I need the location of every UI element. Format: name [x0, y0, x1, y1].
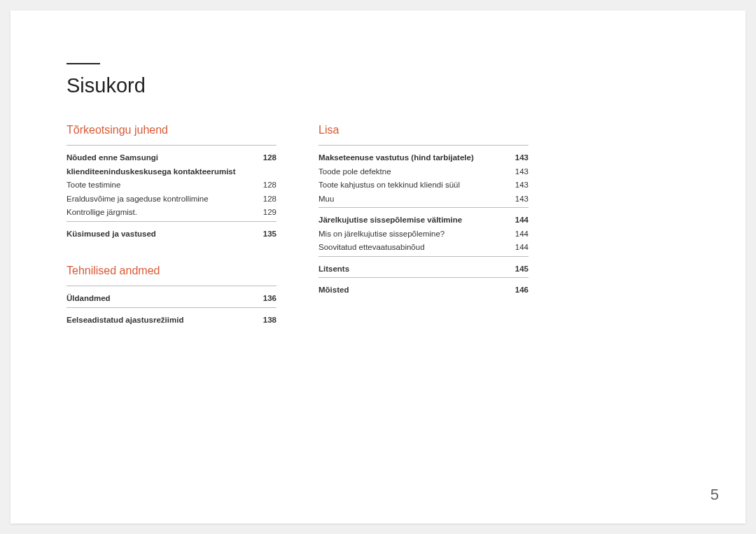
- toc-entry-label: Soovitatud ettevaatusabinõud: [318, 241, 509, 255]
- toc-group: Üldandmed136: [66, 286, 276, 307]
- toc-entry-label: Mõisted: [318, 283, 509, 297]
- toc-entry[interactable]: Toode pole defektne143: [318, 165, 528, 179]
- toc-entry[interactable]: Muu143: [318, 192, 528, 206]
- document-page: Sisukord Tõrkeotsingu juhendNõuded enne …: [10, 10, 746, 524]
- toc-entry-page: 128: [257, 192, 276, 206]
- right-column: LisaMakseteenuse vastutus (hind tarbijat…: [318, 124, 528, 328]
- toc-entry-page: 144: [509, 241, 528, 255]
- toc-entry-page: 143: [509, 178, 528, 192]
- toc-entry-page: 144: [509, 227, 528, 241]
- toc-entry-label: Muu: [318, 192, 509, 206]
- section-spacer: [66, 242, 276, 265]
- toc-entry-page: 128: [257, 178, 276, 192]
- toc-group: Järelkujutise sissepõlemise vältimine144…: [318, 207, 528, 256]
- toc-entry-label: Eraldusvõime ja sageduse kontrollimine: [66, 192, 257, 206]
- page-title: Sisukord: [66, 74, 690, 97]
- toc-group: Nõuded enne Samsungi klienditeeninduskes…: [66, 145, 276, 221]
- toc-entry[interactable]: Soovitatud ettevaatusabinõud144: [318, 241, 528, 255]
- toc-entry-page: 143: [509, 165, 528, 179]
- toc-entry[interactable]: Kontrollige järgmist.129: [66, 206, 276, 220]
- toc-entry-label: Nõuded enne Samsungi klienditeeninduskes…: [66, 151, 257, 178]
- toc-entry-page: 136: [257, 292, 276, 306]
- toc-entry[interactable]: Mõisted146: [318, 283, 528, 297]
- toc-entry[interactable]: Järelkujutise sissepõlemise vältimine144: [318, 213, 528, 227]
- toc-entry-label: Mis on järelkujutise sissepõlemine?: [318, 227, 509, 241]
- toc-entry-page: 129: [257, 206, 276, 220]
- toc-entry-page: 146: [509, 283, 528, 297]
- toc-columns: Tõrkeotsingu juhendNõuded enne Samsungi …: [66, 124, 690, 328]
- toc-entry[interactable]: Küsimused ja vastused135: [66, 227, 276, 241]
- toc-entry-page: 135: [257, 227, 276, 241]
- toc-entry-label: Toode pole defektne: [318, 165, 509, 179]
- toc-entry-page: 145: [509, 262, 528, 276]
- toc-entry[interactable]: Üldandmed136: [66, 292, 276, 306]
- toc-entry-label: Üldandmed: [66, 292, 257, 306]
- page-number: 5: [710, 486, 719, 504]
- toc-entry[interactable]: Litsents145: [318, 262, 528, 276]
- toc-entry-page: 143: [509, 151, 528, 165]
- toc-entry-label: Makseteenuse vastutus (hind tarbijatele): [318, 151, 509, 165]
- toc-entry-label: Eelseadistatud ajastusrežiimid: [66, 314, 257, 328]
- toc-entry-page: 138: [257, 314, 276, 328]
- toc-entry-page: 128: [257, 151, 276, 178]
- title-rule: [66, 63, 100, 64]
- toc-entry-label: Järelkujutise sissepõlemise vältimine: [318, 213, 509, 227]
- left-column: Tõrkeotsingu juhendNõuded enne Samsungi …: [66, 124, 276, 328]
- toc-entry[interactable]: Toote testimine128: [66, 178, 276, 192]
- toc-group: Küsimused ja vastused135: [66, 221, 276, 243]
- toc-entry[interactable]: Nõuded enne Samsungi klienditeeninduskes…: [66, 151, 276, 178]
- toc-entry-label: Kontrollige järgmist.: [66, 206, 257, 220]
- toc-entry-label: Toote kahjustus on tekkinud kliendi süül: [318, 178, 509, 192]
- toc-group: Mõisted146: [318, 277, 528, 299]
- toc-entry[interactable]: Eelseadistatud ajastusrežiimid138: [66, 314, 276, 328]
- toc-entry-page: 143: [509, 192, 528, 206]
- toc-group: Eelseadistatud ajastusrežiimid138: [66, 307, 276, 329]
- toc-group: Litsents145: [318, 256, 528, 278]
- toc-group: Makseteenuse vastutus (hind tarbijatele)…: [318, 145, 528, 207]
- section-heading[interactable]: Tõrkeotsingu juhend: [66, 124, 276, 136]
- toc-entry[interactable]: Eraldusvõime ja sageduse kontrollimine12…: [66, 192, 276, 206]
- section-heading[interactable]: Tehnilised andmed: [66, 265, 276, 277]
- toc-entry[interactable]: Mis on järelkujutise sissepõlemine?144: [318, 227, 528, 241]
- toc-entry-label: Küsimused ja vastused: [66, 227, 257, 241]
- toc-entry[interactable]: Toote kahjustus on tekkinud kliendi süül…: [318, 178, 528, 192]
- section-heading[interactable]: Lisa: [318, 124, 528, 136]
- toc-entry-page: 144: [509, 213, 528, 227]
- toc-entry-label: Litsents: [318, 262, 509, 276]
- toc-entry[interactable]: Makseteenuse vastutus (hind tarbijatele)…: [318, 151, 528, 165]
- toc-entry-label: Toote testimine: [66, 178, 257, 192]
